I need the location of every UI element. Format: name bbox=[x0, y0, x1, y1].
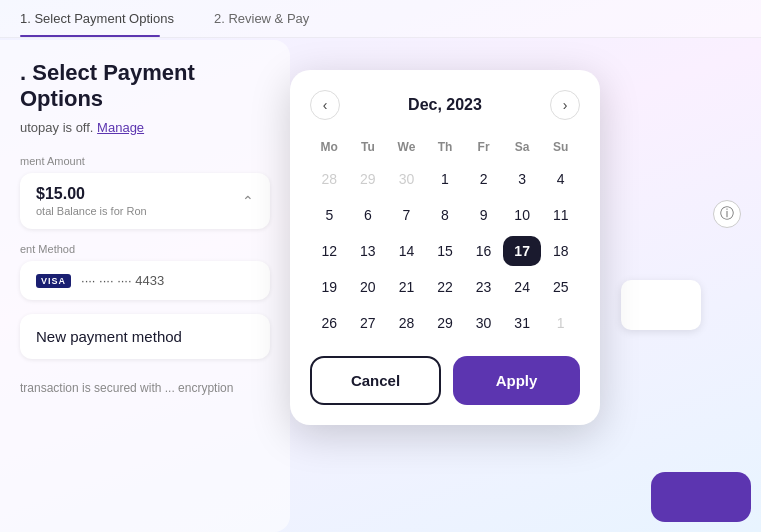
calendar-day[interactable]: 16 bbox=[464, 236, 503, 266]
calendar-day[interactable]: 19 bbox=[310, 272, 349, 302]
cancel-button[interactable]: Cancel bbox=[310, 356, 441, 405]
calendar-day[interactable]: 27 bbox=[349, 308, 388, 338]
progress-indicator bbox=[20, 35, 160, 37]
prev-month-button[interactable]: ‹ bbox=[310, 90, 340, 120]
calendar-day[interactable]: 6 bbox=[349, 200, 388, 230]
calendar-day[interactable]: 18 bbox=[541, 236, 580, 266]
calendar-grid: Mo Tu We Th Fr Sa Su 28 29 30 1 2 3 4 5 … bbox=[310, 136, 580, 338]
calendar-day[interactable]: 26 bbox=[310, 308, 349, 338]
day-header-tu: Tu bbox=[349, 136, 388, 158]
calendar-day[interactable]: 23 bbox=[464, 272, 503, 302]
left-panel: . Select Payment Options utopay is off. … bbox=[0, 40, 290, 532]
day-header-we: We bbox=[387, 136, 426, 158]
calendar-day[interactable]: 2 bbox=[464, 164, 503, 194]
calendar-day[interactable]: 22 bbox=[426, 272, 465, 302]
manage-link[interactable]: Manage bbox=[97, 120, 144, 135]
day-header-th: Th bbox=[426, 136, 465, 158]
calendar-day[interactable]: 20 bbox=[349, 272, 388, 302]
calendar-week-5: 26 27 28 29 30 31 1 bbox=[310, 308, 580, 338]
day-header-fr: Fr bbox=[464, 136, 503, 158]
security-note: transaction is secured with ... encrypti… bbox=[20, 381, 270, 395]
calendar-day[interactable]: 29 bbox=[349, 164, 388, 194]
top-bar: 1. Select Payment Options 2. Review & Pa… bbox=[0, 0, 761, 38]
day-header-su: Su bbox=[541, 136, 580, 158]
new-payment-method-button[interactable]: New payment method bbox=[20, 314, 270, 359]
calendar-day[interactable]: 13 bbox=[349, 236, 388, 266]
next-month-button[interactable]: › bbox=[550, 90, 580, 120]
calendar-month: Dec, 2023 bbox=[408, 96, 482, 114]
calendar-day[interactable]: 1 bbox=[541, 308, 580, 338]
day-header-sa: Sa bbox=[503, 136, 542, 158]
calendar-day[interactable]: 11 bbox=[541, 200, 580, 230]
calendar-day[interactable]: 4 bbox=[541, 164, 580, 194]
calendar-day[interactable]: 21 bbox=[387, 272, 426, 302]
calendar-day[interactable]: 25 bbox=[541, 272, 580, 302]
calendar-day[interactable]: 24 bbox=[503, 272, 542, 302]
calendar-day[interactable]: 1 bbox=[426, 164, 465, 194]
calendar-day[interactable]: 8 bbox=[426, 200, 465, 230]
card-stub bbox=[621, 280, 701, 330]
calendar-week-1: 28 29 30 1 2 3 4 bbox=[310, 164, 580, 194]
calendar-day[interactable]: 3 bbox=[503, 164, 542, 194]
calendar-day[interactable]: 28 bbox=[387, 308, 426, 338]
day-header-mo: Mo bbox=[310, 136, 349, 158]
step2-label: 2. Review & Pay bbox=[214, 11, 309, 26]
chevron-up-icon[interactable]: ⌃ bbox=[242, 193, 254, 209]
autopay-status: utopay is off. Manage bbox=[20, 120, 270, 135]
day-headers-row: Mo Tu We Th Fr Sa Su bbox=[310, 136, 580, 158]
calendar-day[interactable]: 15 bbox=[426, 236, 465, 266]
visa-badge: VISA bbox=[36, 274, 71, 288]
page-title: . Select Payment Options bbox=[20, 60, 270, 112]
calendar-day[interactable]: 14 bbox=[387, 236, 426, 266]
amount-label: ment Amount bbox=[20, 155, 270, 167]
pay-button-stub[interactable] bbox=[651, 472, 751, 522]
calendar-day[interactable]: 30 bbox=[464, 308, 503, 338]
calendar-day[interactable]: 12 bbox=[310, 236, 349, 266]
calendar-day[interactable]: 9 bbox=[464, 200, 503, 230]
calendar-week-3: 12 13 14 15 16 17 18 bbox=[310, 236, 580, 266]
calendar-day[interactable]: 31 bbox=[503, 308, 542, 338]
payment-amount-field: $15.00 otal Balance is for Ron ⌃ bbox=[20, 173, 270, 229]
calendar-week-2: 5 6 7 8 9 10 11 bbox=[310, 200, 580, 230]
calendar-day[interactable]: 5 bbox=[310, 200, 349, 230]
calendar-day-selected[interactable]: 17 bbox=[503, 236, 542, 266]
apply-button[interactable]: Apply bbox=[453, 356, 580, 405]
calendar-header: ‹ Dec, 2023 › bbox=[310, 90, 580, 120]
calendar-day[interactable]: 10 bbox=[503, 200, 542, 230]
payment-method-field: VISA ···· ···· ···· 4433 bbox=[20, 261, 270, 300]
card-number: ···· ···· ···· 4433 bbox=[81, 273, 164, 288]
calendar-picker: ‹ Dec, 2023 › Mo Tu We Th Fr Sa Su 28 29… bbox=[290, 70, 600, 425]
method-label: ent Method bbox=[20, 243, 270, 255]
calendar-day[interactable]: 7 bbox=[387, 200, 426, 230]
calendar-actions: Cancel Apply bbox=[310, 356, 580, 405]
calendar-day[interactable]: 30 bbox=[387, 164, 426, 194]
info-icon[interactable]: ⓘ bbox=[713, 200, 741, 228]
calendar-week-4: 19 20 21 22 23 24 25 bbox=[310, 272, 580, 302]
balance-note: otal Balance is for Ron bbox=[36, 205, 147, 217]
calendar-day[interactable]: 28 bbox=[310, 164, 349, 194]
step1-label: 1. Select Payment Options bbox=[20, 11, 174, 26]
amount-value: $15.00 bbox=[36, 185, 147, 203]
calendar-day[interactable]: 29 bbox=[426, 308, 465, 338]
